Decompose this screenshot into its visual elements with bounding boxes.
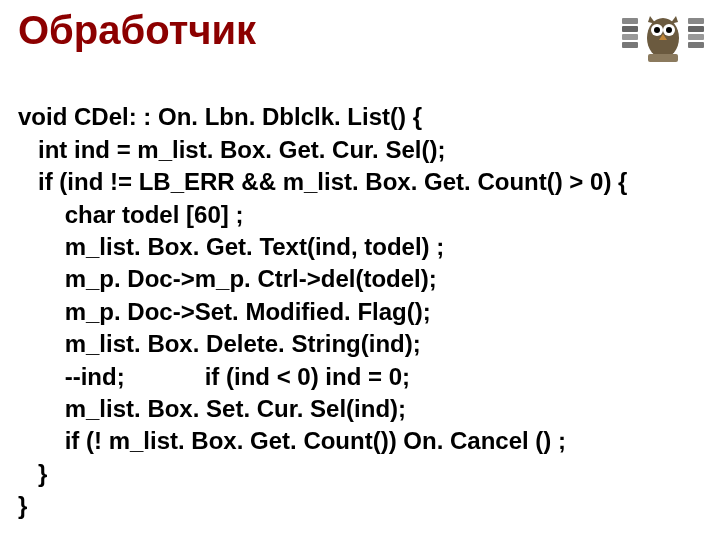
code-block: void CDel: : On. Lbn. Dblclk. List() { i… <box>18 69 702 522</box>
code-line: if (ind != LB_ERR && m_list. Box. Get. C… <box>18 168 627 195</box>
code-line: m_list. Box. Get. Text(ind, todel) ; <box>18 233 444 260</box>
svg-rect-3 <box>622 18 638 24</box>
svg-rect-1 <box>622 34 638 40</box>
code-line: if (! m_list. Box. Get. Count()) On. Can… <box>18 427 566 454</box>
slide: Обработчик void CDel: : On. Lbn. Dblclk.… <box>0 0 720 540</box>
code-line: --ind; if (ind < 0) ind = 0; <box>18 363 410 390</box>
svg-marker-14 <box>648 16 656 24</box>
svg-rect-6 <box>688 26 704 32</box>
owl-books-icon <box>620 6 706 66</box>
svg-rect-2 <box>622 26 638 32</box>
code-line: void CDel: : On. Lbn. Dblclk. List() { <box>18 103 422 130</box>
svg-rect-7 <box>688 18 704 24</box>
page-title: Обработчик <box>18 8 702 53</box>
code-line: m_p. Doc->Set. Modified. Flag(); <box>18 298 431 325</box>
code-line: int ind = m_list. Box. Get. Cur. Sel(); <box>18 136 445 163</box>
svg-rect-0 <box>622 42 638 48</box>
svg-point-11 <box>654 27 660 33</box>
svg-rect-4 <box>688 42 704 48</box>
code-line: char todel [60] ; <box>18 201 243 228</box>
svg-marker-15 <box>670 16 678 24</box>
svg-rect-16 <box>648 54 678 62</box>
svg-point-12 <box>666 27 672 33</box>
code-line: m_p. Doc->m_p. Ctrl->del(todel); <box>18 265 437 292</box>
code-line: } <box>18 460 47 487</box>
code-line: m_list. Box. Set. Cur. Sel(ind); <box>18 395 406 422</box>
code-line: } <box>18 492 27 519</box>
svg-rect-5 <box>688 34 704 40</box>
code-line: m_list. Box. Delete. String(ind); <box>18 330 421 357</box>
